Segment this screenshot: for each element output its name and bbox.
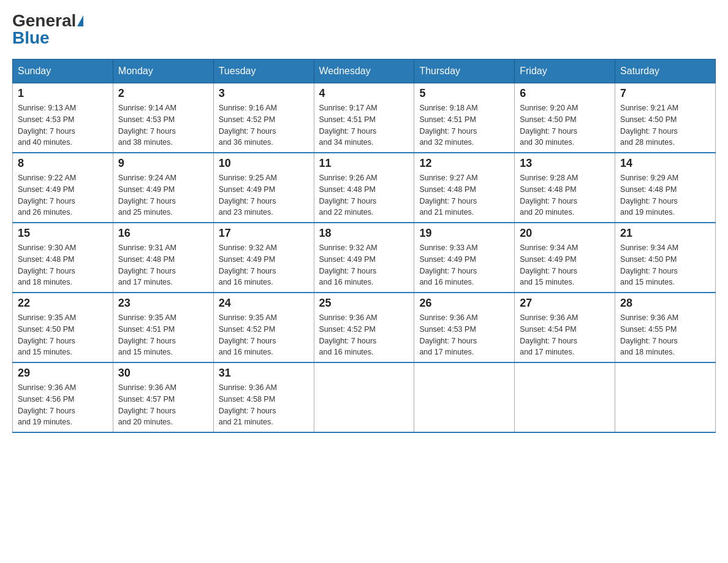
- column-header-friday: Friday: [515, 59, 615, 83]
- day-info: Sunrise: 9:36 AMSunset: 4:58 PMDaylight:…: [219, 383, 277, 426]
- calendar-cell: 10 Sunrise: 9:25 AMSunset: 4:49 PMDaylig…: [213, 153, 314, 223]
- day-number: 17: [219, 227, 309, 240]
- day-number: 2: [118, 87, 208, 100]
- column-header-saturday: Saturday: [615, 59, 716, 83]
- calendar-week-row: 8 Sunrise: 9:22 AMSunset: 4:49 PMDayligh…: [13, 153, 716, 223]
- calendar-cell: 16 Sunrise: 9:31 AMSunset: 4:48 PMDaylig…: [113, 223, 213, 293]
- day-number: 1: [18, 87, 108, 100]
- day-info: Sunrise: 9:35 AMSunset: 4:50 PMDaylight:…: [18, 313, 76, 356]
- day-info: Sunrise: 9:35 AMSunset: 4:51 PMDaylight:…: [118, 313, 176, 356]
- calendar-week-row: 22 Sunrise: 9:35 AMSunset: 4:50 PMDaylig…: [13, 293, 716, 362]
- day-info: Sunrise: 9:30 AMSunset: 4:48 PMDaylight:…: [18, 243, 76, 286]
- day-info: Sunrise: 9:36 AMSunset: 4:52 PMDaylight:…: [319, 313, 377, 356]
- calendar-table: SundayMondayTuesdayWednesdayThursdayFrid…: [12, 59, 716, 433]
- column-header-sunday: Sunday: [13, 59, 113, 83]
- day-info: Sunrise: 9:36 AMSunset: 4:55 PMDaylight:…: [620, 313, 678, 356]
- day-info: Sunrise: 9:13 AMSunset: 4:53 PMDaylight:…: [18, 104, 76, 147]
- day-info: Sunrise: 9:32 AMSunset: 4:49 PMDaylight:…: [319, 243, 377, 286]
- day-number: 23: [118, 297, 208, 310]
- day-number: 26: [419, 297, 509, 310]
- day-info: Sunrise: 9:17 AMSunset: 4:51 PMDaylight:…: [319, 104, 377, 147]
- day-info: Sunrise: 9:34 AMSunset: 4:49 PMDaylight:…: [520, 243, 578, 286]
- calendar-cell: [414, 362, 515, 432]
- calendar-cell: 4 Sunrise: 9:17 AMSunset: 4:51 PMDayligh…: [314, 83, 414, 153]
- calendar-cell: 11 Sunrise: 9:26 AMSunset: 4:48 PMDaylig…: [314, 153, 414, 223]
- day-number: 30: [118, 367, 208, 380]
- calendar-cell: 14 Sunrise: 9:29 AMSunset: 4:48 PMDaylig…: [615, 153, 716, 223]
- calendar-cell: 5 Sunrise: 9:18 AMSunset: 4:51 PMDayligh…: [414, 83, 515, 153]
- day-number: 20: [520, 227, 610, 240]
- day-info: Sunrise: 9:29 AMSunset: 4:48 PMDaylight:…: [620, 174, 678, 216]
- column-header-monday: Monday: [113, 59, 213, 83]
- column-header-wednesday: Wednesday: [314, 59, 414, 83]
- day-number: 15: [18, 227, 108, 240]
- calendar-cell: 28 Sunrise: 9:36 AMSunset: 4:55 PMDaylig…: [615, 293, 716, 362]
- day-number: 24: [219, 297, 309, 310]
- calendar-cell: 9 Sunrise: 9:24 AMSunset: 4:49 PMDayligh…: [113, 153, 213, 223]
- calendar-cell: 1 Sunrise: 9:13 AMSunset: 4:53 PMDayligh…: [13, 83, 113, 153]
- calendar-cell: 18 Sunrise: 9:32 AMSunset: 4:49 PMDaylig…: [314, 223, 414, 293]
- day-info: Sunrise: 9:36 AMSunset: 4:57 PMDaylight:…: [118, 383, 176, 426]
- day-info: Sunrise: 9:32 AMSunset: 4:49 PMDaylight:…: [219, 243, 277, 286]
- day-number: 22: [18, 297, 108, 310]
- day-number: 6: [520, 87, 610, 100]
- logo-triangle-icon: [77, 15, 83, 26]
- day-info: Sunrise: 9:34 AMSunset: 4:50 PMDaylight:…: [620, 243, 678, 286]
- calendar-cell: 29 Sunrise: 9:36 AMSunset: 4:56 PMDaylig…: [13, 362, 113, 432]
- calendar-week-row: 29 Sunrise: 9:36 AMSunset: 4:56 PMDaylig…: [13, 362, 716, 432]
- day-info: Sunrise: 9:36 AMSunset: 4:56 PMDaylight:…: [18, 383, 76, 426]
- day-number: 27: [520, 297, 610, 310]
- logo-blue-text: Blue: [12, 29, 50, 47]
- calendar-cell: 21 Sunrise: 9:34 AMSunset: 4:50 PMDaylig…: [615, 223, 716, 293]
- calendar-cell: 19 Sunrise: 9:33 AMSunset: 4:49 PMDaylig…: [414, 223, 515, 293]
- calendar-cell: 31 Sunrise: 9:36 AMSunset: 4:58 PMDaylig…: [213, 362, 314, 432]
- calendar-cell: 7 Sunrise: 9:21 AMSunset: 4:50 PMDayligh…: [615, 83, 716, 153]
- day-number: 19: [419, 227, 509, 240]
- day-number: 13: [520, 157, 610, 170]
- calendar-cell: 27 Sunrise: 9:36 AMSunset: 4:54 PMDaylig…: [515, 293, 615, 362]
- calendar-cell: 23 Sunrise: 9:35 AMSunset: 4:51 PMDaylig…: [113, 293, 213, 362]
- calendar-cell: 13 Sunrise: 9:28 AMSunset: 4:48 PMDaylig…: [515, 153, 615, 223]
- day-info: Sunrise: 9:27 AMSunset: 4:48 PMDaylight:…: [419, 174, 477, 216]
- day-info: Sunrise: 9:26 AMSunset: 4:48 PMDaylight:…: [319, 174, 377, 216]
- day-number: 5: [419, 87, 509, 100]
- calendar-cell: 17 Sunrise: 9:32 AMSunset: 4:49 PMDaylig…: [213, 223, 314, 293]
- day-number: 25: [319, 297, 409, 310]
- page-header: General Blue: [12, 12, 716, 47]
- day-info: Sunrise: 9:36 AMSunset: 4:53 PMDaylight:…: [419, 313, 477, 356]
- day-info: Sunrise: 9:18 AMSunset: 4:51 PMDaylight:…: [419, 104, 477, 147]
- day-number: 29: [18, 367, 108, 380]
- day-number: 7: [620, 87, 710, 100]
- day-number: 10: [219, 157, 309, 170]
- day-number: 11: [319, 157, 409, 170]
- day-info: Sunrise: 9:24 AMSunset: 4:49 PMDaylight:…: [118, 174, 176, 216]
- day-number: 4: [319, 87, 409, 100]
- day-info: Sunrise: 9:31 AMSunset: 4:48 PMDaylight:…: [118, 243, 176, 286]
- day-info: Sunrise: 9:36 AMSunset: 4:54 PMDaylight:…: [520, 313, 578, 356]
- day-info: Sunrise: 9:35 AMSunset: 4:52 PMDaylight:…: [219, 313, 277, 356]
- calendar-header-row: SundayMondayTuesdayWednesdayThursdayFrid…: [13, 59, 716, 83]
- day-number: 28: [620, 297, 710, 310]
- day-info: Sunrise: 9:14 AMSunset: 4:53 PMDaylight:…: [118, 104, 176, 147]
- day-info: Sunrise: 9:16 AMSunset: 4:52 PMDaylight:…: [219, 104, 277, 147]
- day-info: Sunrise: 9:22 AMSunset: 4:49 PMDaylight:…: [18, 174, 76, 216]
- day-number: 14: [620, 157, 710, 170]
- calendar-cell: 2 Sunrise: 9:14 AMSunset: 4:53 PMDayligh…: [113, 83, 213, 153]
- day-info: Sunrise: 9:25 AMSunset: 4:49 PMDaylight:…: [219, 174, 277, 216]
- day-number: 9: [118, 157, 208, 170]
- day-number: 18: [319, 227, 409, 240]
- calendar-cell: 25 Sunrise: 9:36 AMSunset: 4:52 PMDaylig…: [314, 293, 414, 362]
- day-number: 16: [118, 227, 208, 240]
- day-number: 21: [620, 227, 710, 240]
- calendar-cell: [314, 362, 414, 432]
- calendar-cell: 3 Sunrise: 9:16 AMSunset: 4:52 PMDayligh…: [213, 83, 314, 153]
- logo-general-text: General: [12, 12, 76, 29]
- calendar-cell: 12 Sunrise: 9:27 AMSunset: 4:48 PMDaylig…: [414, 153, 515, 223]
- day-number: 8: [18, 157, 108, 170]
- column-header-thursday: Thursday: [414, 59, 515, 83]
- calendar-cell: 22 Sunrise: 9:35 AMSunset: 4:50 PMDaylig…: [13, 293, 113, 362]
- day-info: Sunrise: 9:20 AMSunset: 4:50 PMDaylight:…: [520, 104, 578, 147]
- day-info: Sunrise: 9:21 AMSunset: 4:50 PMDaylight:…: [620, 104, 678, 147]
- calendar-cell: 24 Sunrise: 9:35 AMSunset: 4:52 PMDaylig…: [213, 293, 314, 362]
- column-header-tuesday: Tuesday: [213, 59, 314, 83]
